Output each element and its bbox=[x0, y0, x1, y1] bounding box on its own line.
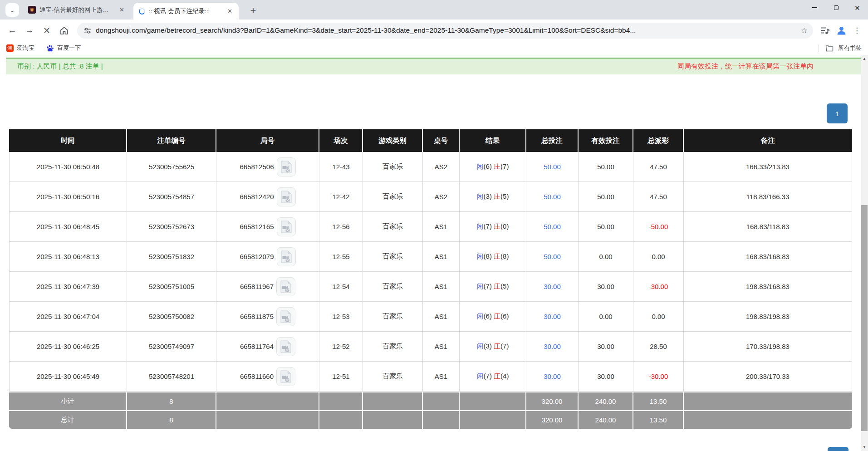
media-controls-icon[interactable] bbox=[820, 27, 830, 34]
video-playback-button[interactable] bbox=[276, 337, 295, 356]
valid-bet-cell: 30.00 bbox=[579, 332, 633, 362]
total-bet-cell: 30.00 bbox=[526, 362, 579, 392]
total-bet-link[interactable]: 50.00 bbox=[544, 223, 561, 230]
round-cell: 665811764 bbox=[216, 332, 319, 362]
total-bet-link[interactable]: 30.00 bbox=[544, 343, 561, 350]
video-playback-button[interactable] bbox=[277, 187, 296, 206]
player-result: 闲 bbox=[477, 252, 484, 260]
site-settings-icon[interactable] bbox=[83, 27, 91, 34]
video-playback-button[interactable] bbox=[276, 307, 295, 326]
scrollbar-down-arrow[interactable]: ▼ bbox=[861, 443, 868, 451]
browser-toolbar: ← → ✕ dongshouji.com/game/betrecord_sear… bbox=[0, 20, 868, 41]
divider bbox=[819, 44, 819, 52]
tab-close-icon[interactable]: ✕ bbox=[118, 5, 126, 14]
minimize-button[interactable] bbox=[804, 0, 825, 15]
url-address-bar[interactable]: dongshouji.com/game/betrecord_search/kin… bbox=[77, 23, 813, 39]
table-row: 2025-11-30 06:47:39 523005751005 6658119… bbox=[9, 272, 852, 302]
remark-cell: 198.83/168.83 bbox=[684, 272, 852, 302]
remark-cell: 200.33/170.33 bbox=[684, 362, 852, 392]
round-cell: 665812420 bbox=[216, 182, 319, 212]
banker-points: (8) bbox=[500, 252, 509, 260]
chrome-menu-icon[interactable]: ⋮ bbox=[853, 26, 861, 35]
total-bet-link[interactable]: 30.00 bbox=[544, 313, 561, 320]
close-button[interactable]: ✕ bbox=[847, 0, 868, 15]
forward-button[interactable]: → bbox=[22, 23, 37, 38]
bet-id-cell: 523005751005 bbox=[127, 272, 216, 302]
round-cell: 665811967 bbox=[216, 272, 319, 302]
banker-points: (0) bbox=[500, 222, 509, 230]
table-number-cell: AS1 bbox=[423, 272, 460, 302]
total-bet-cell: 50.00 bbox=[526, 182, 579, 212]
bet-id-cell: 523005755625 bbox=[127, 152, 216, 182]
remark-cell: 168.83/168.83 bbox=[684, 242, 852, 272]
video-playback-button[interactable] bbox=[277, 157, 296, 176]
page-scrollbar[interactable]: ▲ ▼ bbox=[861, 55, 868, 451]
scrollbar-thumb[interactable] bbox=[861, 205, 868, 431]
game-type-cell: 百家乐 bbox=[363, 212, 423, 242]
player-points: (3) bbox=[484, 342, 492, 350]
new-tab-button[interactable]: + bbox=[247, 5, 259, 16]
valid-bet-cell: 0.00 bbox=[579, 242, 633, 272]
round-number: 665812420 bbox=[240, 193, 274, 201]
player-result: 闲 bbox=[477, 192, 484, 200]
pagination-bottom-page-button[interactable] bbox=[828, 447, 848, 451]
valid-bet-cell: 30.00 bbox=[579, 272, 633, 302]
maximize-button[interactable] bbox=[825, 0, 847, 15]
player-points: (6) bbox=[484, 312, 492, 320]
video-playback-button[interactable] bbox=[276, 367, 295, 386]
total-bet-link[interactable]: 30.00 bbox=[544, 373, 561, 380]
bookmarks-bar: 淘 爱淘宝 百度一下 所有书签 bbox=[0, 41, 868, 55]
column-header-3: 局号 bbox=[216, 129, 319, 152]
round-cell: 665812165 bbox=[216, 212, 319, 242]
column-header-9: 有效投注 bbox=[579, 129, 633, 152]
total-bet-link[interactable]: 50.00 bbox=[544, 163, 561, 171]
banker-result: 庄 bbox=[494, 312, 500, 320]
all-bookmarks[interactable]: 所有书签 bbox=[819, 44, 862, 52]
profile-avatar-icon[interactable] bbox=[836, 25, 847, 36]
total-count: 8 bbox=[127, 410, 216, 429]
tab-title: :::视讯 会员下注纪录::: bbox=[149, 7, 222, 15]
bookmark-baidu[interactable]: 百度一下 bbox=[46, 44, 81, 52]
home-icon bbox=[60, 26, 69, 35]
total-bet-link[interactable]: 50.00 bbox=[544, 193, 561, 201]
column-header-10: 总派彩 bbox=[633, 129, 684, 152]
total-bet-link[interactable]: 50.00 bbox=[544, 253, 561, 260]
video-playback-button[interactable] bbox=[276, 277, 295, 296]
round-number: 665811967 bbox=[240, 283, 274, 290]
player-result: 闲 bbox=[477, 372, 484, 380]
home-button[interactable] bbox=[56, 23, 72, 38]
total-bet-link[interactable]: 30.00 bbox=[544, 283, 561, 290]
game-type-cell: 百家乐 bbox=[363, 272, 423, 302]
back-button[interactable]: ← bbox=[5, 23, 20, 38]
bookmark-aitaobao[interactable]: 淘 爱淘宝 bbox=[6, 44, 34, 52]
video-playback-button[interactable] bbox=[277, 247, 296, 266]
total-total-bet: 320.00 bbox=[526, 410, 579, 429]
tab-bet-records[interactable]: :::视讯 会员下注纪录::: ✕ bbox=[133, 3, 239, 20]
bet-time-cell: 2025-11-30 06:47:39 bbox=[9, 272, 127, 302]
banker-result: 庄 bbox=[494, 192, 500, 200]
window-controls: ✕ bbox=[804, 0, 868, 15]
table-row: 2025-11-30 06:48:45 523005752673 6658121… bbox=[9, 212, 852, 242]
video-file-icon bbox=[280, 250, 292, 263]
tab-search-chevron-button[interactable]: ⌄ bbox=[5, 3, 19, 17]
result-cell: 闲(6) 庄(6) bbox=[460, 302, 526, 332]
scrollbar-up-arrow[interactable]: ▲ bbox=[861, 55, 868, 63]
tab-tongbao[interactable]: 通宝-信誉最好的网上游戏平台 ✕ bbox=[23, 1, 131, 18]
video-file-icon bbox=[280, 280, 292, 293]
all-bookmarks-label: 所有书签 bbox=[838, 44, 862, 52]
game-type-cell: 百家乐 bbox=[363, 362, 423, 392]
column-header-5: 游戏类别 bbox=[363, 129, 423, 152]
result-cell: 闲(8) 庄(8) bbox=[460, 242, 526, 272]
bookmark-star-icon[interactable]: ☆ bbox=[801, 26, 808, 35]
tab-close-icon[interactable]: ✕ bbox=[226, 7, 234, 15]
banker-result: 庄 bbox=[494, 162, 500, 170]
folder-icon bbox=[825, 45, 834, 52]
total-bet-cell: 50.00 bbox=[526, 242, 579, 272]
total-bet-cell: 50.00 bbox=[526, 152, 579, 182]
pagination-page-1-button[interactable]: 1 bbox=[827, 103, 848, 123]
url-text[interactable]: dongshouji.com/game/betrecord_search/kin… bbox=[96, 26, 797, 34]
stop-loading-button[interactable]: ✕ bbox=[39, 23, 54, 38]
video-playback-button[interactable] bbox=[277, 217, 296, 236]
bookmark-label: 爱淘宝 bbox=[17, 44, 34, 52]
result-cell: 闲(6) 庄(7) bbox=[460, 152, 526, 182]
